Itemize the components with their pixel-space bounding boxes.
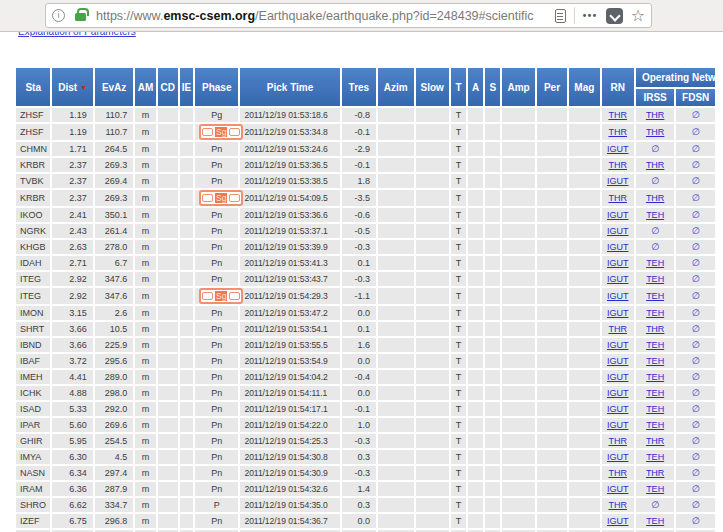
network-link-teh[interactable]: TEH [646,291,664,301]
cell-s [485,108,500,122]
col-header-fdsn[interactable]: FDSN [676,89,715,106]
col-header-slow[interactable]: Slow [416,68,449,106]
col-header-sta[interactable]: Sta [16,68,50,106]
network-link-teh[interactable]: TEH [646,452,664,462]
network-link-igut[interactable]: IGUT [607,372,629,382]
network-link-teh[interactable]: TEH [646,340,664,350]
col-header-pick-time[interactable]: Pick Time [240,68,339,106]
network-link-thr[interactable]: THR [646,127,665,137]
col-header-irss[interactable]: IRSS [636,89,674,106]
bookmark-star-icon[interactable]: ☆ [631,8,645,24]
phase-highlight-box[interactable]: Sg [199,124,243,140]
cell-evaz: 110.7 [95,124,133,140]
network-link-thr[interactable]: THR [608,436,627,446]
network-link-thr[interactable]: THR [646,468,665,478]
phase-highlight-box[interactable]: Sg [199,190,243,206]
network-link-thr[interactable]: THR [646,324,665,334]
phase-table-body: ZHSF 1.19 110.7 m Pg 2011/12/19 01:53:18… [16,108,715,532]
network-link-igut[interactable]: IGUT [607,404,629,414]
network-link-thr[interactable]: THR [608,500,627,510]
network-link-igut[interactable]: IGUT [607,274,629,284]
network-link-thr[interactable]: THR [646,436,665,446]
network-link-igut[interactable]: IGUT [607,388,629,398]
sort-desc-icon[interactable]: ▼ [80,84,87,91]
url-bar[interactable]: i https://www.emsc-csem.org/Earthquake/e… [45,3,652,28]
network-link-igut[interactable]: IGUT [607,452,629,462]
pocket-icon[interactable] [606,8,623,24]
page-info-icon[interactable]: i [52,9,65,22]
col-header-am[interactable]: AM [135,68,155,106]
network-link-thr[interactable]: THR [608,127,627,137]
cell-slow [416,434,449,448]
network-link-igut[interactable]: IGUT [607,144,629,154]
cell-per [537,498,567,512]
cell-cd [158,174,178,188]
cell-amp [502,450,534,464]
col-header-azim[interactable]: Azim [378,68,413,106]
cell-a [468,482,483,496]
network-link-teh[interactable]: TEH [646,274,664,284]
network-link-thr[interactable]: THR [646,160,665,170]
network-link-teh[interactable]: TEH [646,210,664,220]
cell-per [537,224,567,238]
col-header-dist[interactable]: Dist▼ [52,68,92,106]
cell-per [537,256,567,270]
network-link-igut[interactable]: IGUT [607,516,629,526]
cell-tres: -0.3 [342,240,376,254]
col-header-mag[interactable]: Mag [569,68,599,106]
url-text[interactable]: https://www.emsc-csem.org/Earthquake/ear… [96,9,549,23]
network-link-igut[interactable]: IGUT [607,258,629,268]
cell-sta: ICHK [16,386,50,400]
network-link-igut[interactable]: IGUT [607,340,629,350]
network-link-thr[interactable]: THR [608,193,627,203]
network-link-thr[interactable]: THR [608,110,627,120]
col-header-evaz[interactable]: EvAz [95,68,133,106]
table-row: SHRT 3.66 10.5 m Pn 2011/12/19 01:53:54.… [16,322,715,336]
col-header-per[interactable]: Per [537,68,567,106]
network-link-teh[interactable]: TEH [646,388,664,398]
network-link-igut[interactable]: IGUT [607,308,629,318]
lock-icon[interactable] [75,13,86,21]
col-header-t[interactable]: T [451,68,466,106]
highlight-segment [229,194,240,202]
network-link-igut[interactable]: IGUT [607,484,629,494]
network-link-thr[interactable]: THR [608,160,627,170]
page-actions-icon[interactable]: ••• [583,10,598,21]
col-header-operating-network: Operating Network [636,68,715,87]
network-link-teh[interactable]: TEH [646,356,664,366]
network-link-igut[interactable]: IGUT [607,226,629,236]
cell-fdsn: ∅ [676,224,715,238]
network-link-igut[interactable]: IGUT [607,176,629,186]
network-link-teh[interactable]: TEH [646,404,664,414]
col-header-cd[interactable]: CD [158,68,178,106]
col-header-tres[interactable]: Tres [342,68,376,106]
network-link-thr[interactable]: THR [646,110,665,120]
cell-am: m [135,288,155,304]
network-link-teh[interactable]: TEH [646,420,664,430]
network-link-igut[interactable]: IGUT [607,210,629,220]
cell-slow [416,402,449,416]
reader-mode-icon[interactable] [555,9,566,23]
network-link-thr[interactable]: THR [608,324,627,334]
network-link-teh[interactable]: TEH [646,258,664,268]
col-header-amp[interactable]: Amp [502,68,534,106]
network-link-thr[interactable]: THR [646,193,665,203]
col-header-ie[interactable]: IE [180,68,193,106]
col-header-s[interactable]: S [485,68,500,106]
col-header-phase[interactable]: Phase [195,68,239,106]
cell-amp [502,240,534,254]
network-link-teh[interactable]: TEH [646,516,664,526]
cell-phase: Pn [195,338,239,352]
phase-highlight-box[interactable]: Sg [199,288,243,304]
col-header-a[interactable]: A [468,68,483,106]
network-link-teh[interactable]: TEH [646,308,664,318]
network-link-teh[interactable]: TEH [646,484,664,494]
network-link-teh[interactable]: TEH [646,372,664,382]
cell-cd [158,418,178,432]
network-link-thr[interactable]: THR [608,468,627,478]
network-link-igut[interactable]: IGUT [607,356,629,366]
network-link-igut[interactable]: IGUT [607,242,629,252]
network-link-igut[interactable]: IGUT [607,420,629,430]
network-link-igut[interactable]: IGUT [607,291,629,301]
col-header-rn[interactable]: RN [602,68,634,106]
